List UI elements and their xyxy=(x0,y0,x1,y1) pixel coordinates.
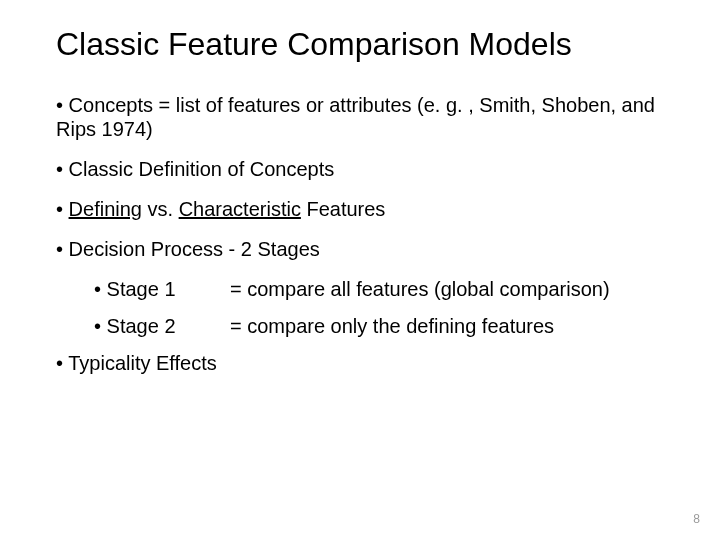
page-number: 8 xyxy=(693,512,700,526)
slide-title: Classic Feature Comparison Models xyxy=(56,26,670,63)
text-prefix: • xyxy=(56,198,69,220)
stage-2-desc: = compare only the defining features xyxy=(230,314,670,339)
text-features: Features xyxy=(301,198,385,220)
bullet-decision-process: • Decision Process - 2 Stages xyxy=(56,237,670,261)
text-characteristic: Characteristic xyxy=(179,198,301,220)
stage-1-desc: = compare all features (global compariso… xyxy=(230,277,670,302)
bullet-classic-definition: • Classic Definition of Concepts xyxy=(56,157,670,181)
sub-bullet-stage-2: • Stage 2 = compare only the defining fe… xyxy=(94,314,670,339)
text-vs: vs. xyxy=(142,198,179,220)
text-defining: Defining xyxy=(69,198,142,220)
slide: Classic Feature Comparison Models • Conc… xyxy=(0,0,720,540)
bullet-list: • Concepts = list of features or attribu… xyxy=(56,93,670,375)
stage-2-label: • Stage 2 xyxy=(94,314,230,339)
sub-bullet-stage-1: • Stage 1 = compare all features (global… xyxy=(94,277,670,302)
bullet-concepts: • Concepts = list of features or attribu… xyxy=(56,93,670,141)
stage-1-label: • Stage 1 xyxy=(94,277,230,302)
bullet-typicality-effects: • Typicality Effects xyxy=(56,351,670,375)
bullet-defining-vs-characteristic: • Defining vs. Characteristic Features xyxy=(56,197,670,221)
